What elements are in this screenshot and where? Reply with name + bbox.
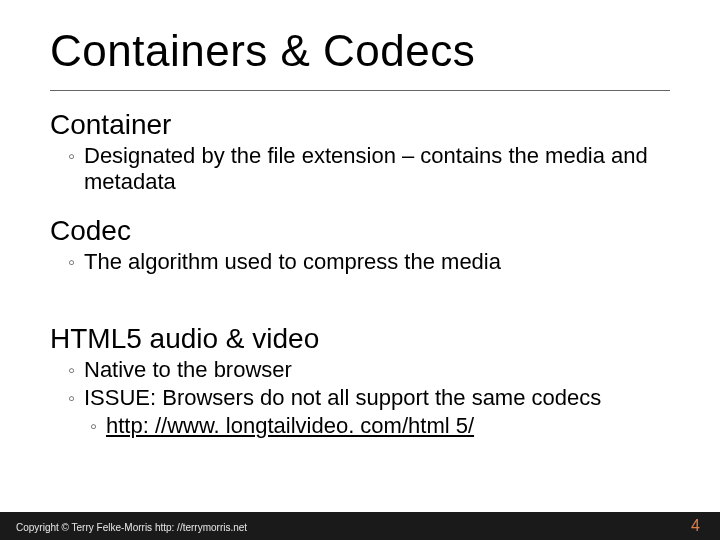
- bullet-text: Native to the browser: [84, 357, 292, 383]
- bullet-item: ◦ ISSUE: Browsers do not all support the…: [50, 385, 670, 411]
- bullet-marker-icon: ◦: [90, 415, 102, 438]
- bullet-item: ◦ Native to the browser: [50, 357, 670, 383]
- section-heading-container: Container: [50, 109, 670, 141]
- title-divider: [50, 90, 670, 91]
- bullet-item: ◦ Designated by the file extension – con…: [50, 143, 670, 195]
- copyright-text: Copyright © Terry Felke-Morris http: //t…: [16, 522, 247, 533]
- bullet-marker-icon: ◦: [68, 387, 80, 410]
- bullet-item: ◦ The algorithm used to compress the med…: [50, 249, 670, 275]
- sub-bullet-item: ◦ http: //www. longtailvideo. com/html 5…: [50, 413, 670, 439]
- section-heading-html5: HTML5 audio & video: [50, 323, 670, 355]
- bullet-marker-icon: ◦: [68, 359, 80, 382]
- bullet-marker-icon: ◦: [68, 145, 80, 168]
- bullet-text: Designated by the file extension – conta…: [84, 143, 670, 195]
- footer-bar: Copyright © Terry Felke-Morris http: //t…: [0, 512, 720, 540]
- bullet-text: The algorithm used to compress the media: [84, 249, 501, 275]
- section-heading-codec: Codec: [50, 215, 670, 247]
- page-number: 4: [691, 517, 700, 535]
- bullet-text: ISSUE: Browsers do not all support the s…: [84, 385, 601, 411]
- slide: Containers & Codecs Container ◦ Designat…: [0, 0, 720, 540]
- bullet-link[interactable]: http: //www. longtailvideo. com/html 5/: [106, 413, 474, 439]
- bullet-marker-icon: ◦: [68, 251, 80, 274]
- slide-title: Containers & Codecs: [50, 26, 670, 76]
